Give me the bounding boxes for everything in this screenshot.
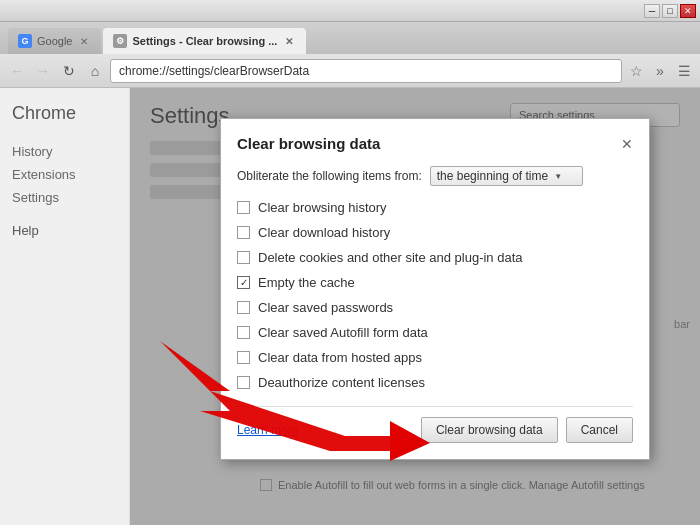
tab-settings-close[interactable]: ✕ xyxy=(282,34,296,48)
url-text: chrome://settings/clearBrowserData xyxy=(119,64,309,78)
checkbox-label-3: Empty the cache xyxy=(258,275,355,290)
settings-page: Settings ly optionally disable bar Enabl… xyxy=(130,88,700,525)
tab-google-close[interactable]: ✕ xyxy=(77,34,91,48)
time-range-dropdown[interactable]: the beginning of time ▼ xyxy=(430,166,583,186)
sidebar-help-label: Help xyxy=(12,223,117,238)
obliterate-label: Obliterate the following items from: xyxy=(237,169,422,183)
tab-google[interactable]: G Google ✕ xyxy=(8,28,101,54)
settings-favicon: ⚙ xyxy=(113,34,127,48)
clear-browsing-dialog: Clear browsing data ✕ Obliterate the fol… xyxy=(220,118,650,460)
dialog-title: Clear browsing data xyxy=(237,135,380,152)
dialog-footer: Learn more Clear browsing data Cancel xyxy=(237,406,633,443)
checkbox-2[interactable] xyxy=(237,251,250,264)
time-range-value: the beginning of time xyxy=(437,169,548,183)
content-area: Chrome History Extensions Settings Help … xyxy=(0,88,700,525)
learn-more-link[interactable]: Learn more xyxy=(237,423,298,437)
checkbox-row-1: Clear download history xyxy=(237,225,633,240)
clear-browsing-data-button[interactable]: Clear browsing data xyxy=(421,417,558,443)
checkbox-label-0: Clear browsing history xyxy=(258,200,387,215)
checkbox-label-5: Clear saved Autofill form data xyxy=(258,325,428,340)
dialog-title-row: Clear browsing data ✕ xyxy=(237,135,633,152)
address-bar: ← → ↻ ⌂ chrome://settings/clearBrowserDa… xyxy=(0,54,700,88)
reload-button[interactable]: ↻ xyxy=(58,60,80,82)
sidebar-item-extensions[interactable]: Extensions xyxy=(12,163,117,186)
dialog-buttons: Clear browsing data Cancel xyxy=(421,417,633,443)
checkbox-label-6: Clear data from hosted apps xyxy=(258,350,422,365)
checkbox-label-4: Clear saved passwords xyxy=(258,300,393,315)
forward-button[interactable]: → xyxy=(32,60,54,82)
sidebar: Chrome History Extensions Settings Help xyxy=(0,88,130,525)
url-bar[interactable]: chrome://settings/clearBrowserData xyxy=(110,59,622,83)
checkbox-row-3: Empty the cache xyxy=(237,275,633,290)
bookmark-star-icon[interactable]: ☆ xyxy=(626,61,646,81)
dialog-close-button[interactable]: ✕ xyxy=(621,137,633,151)
checkbox-row-4: Clear saved passwords xyxy=(237,300,633,315)
obliterate-row: Obliterate the following items from: the… xyxy=(237,166,633,186)
checkbox-7[interactable] xyxy=(237,376,250,389)
checkbox-label-2: Delete cookies and other site and plug-i… xyxy=(258,250,523,265)
checkbox-row-0: Clear browsing history xyxy=(237,200,633,215)
checkbox-5[interactable] xyxy=(237,326,250,339)
chrome-menu-icon[interactable]: ☰ xyxy=(674,61,694,81)
checkbox-row-2: Delete cookies and other site and plug-i… xyxy=(237,250,633,265)
back-button[interactable]: ← xyxy=(6,60,28,82)
sidebar-item-history[interactable]: History xyxy=(12,140,117,163)
minimize-button[interactable]: ─ xyxy=(644,4,660,18)
tab-bar: G Google ✕ ⚙ Settings - Clear browsing .… xyxy=(0,22,700,54)
checkbox-1[interactable] xyxy=(237,226,250,239)
title-bar: ─ □ ✕ xyxy=(0,0,700,22)
dropdown-arrow-icon: ▼ xyxy=(554,172,562,181)
sidebar-item-settings[interactable]: Settings xyxy=(12,186,117,209)
checkbox-3[interactable] xyxy=(237,276,250,289)
tab-settings-label: Settings - Clear browsing ... xyxy=(132,35,277,47)
checkbox-row-7: Deauthorize content licenses xyxy=(237,375,633,390)
checkbox-4[interactable] xyxy=(237,301,250,314)
checkbox-6[interactable] xyxy=(237,351,250,364)
maximize-button[interactable]: □ xyxy=(662,4,678,18)
checkbox-label-7: Deauthorize content licenses xyxy=(258,375,425,390)
close-button[interactable]: ✕ xyxy=(680,4,696,18)
tab-settings[interactable]: ⚙ Settings - Clear browsing ... ✕ xyxy=(103,28,306,54)
tab-google-label: Google xyxy=(37,35,72,47)
cancel-button[interactable]: Cancel xyxy=(566,417,633,443)
checkbox-row-5: Clear saved Autofill form data xyxy=(237,325,633,340)
google-favicon: G xyxy=(18,34,32,48)
checkbox-row-6: Clear data from hosted apps xyxy=(237,350,633,365)
bookmark-list-icon[interactable]: » xyxy=(650,61,670,81)
home-button[interactable]: ⌂ xyxy=(84,60,106,82)
sidebar-title: Chrome xyxy=(12,103,117,124)
checkbox-label-1: Clear download history xyxy=(258,225,390,240)
checkbox-0[interactable] xyxy=(237,201,250,214)
